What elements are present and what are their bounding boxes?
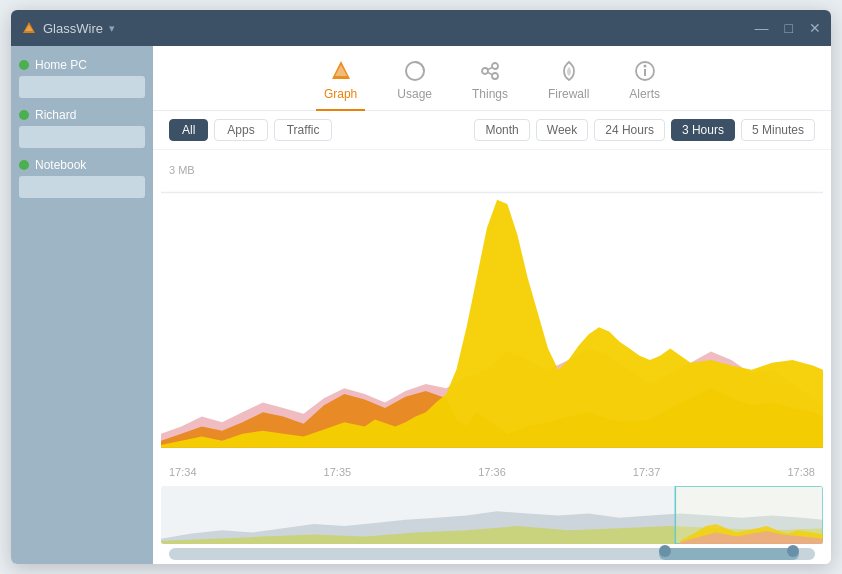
alerts-icon xyxy=(632,58,658,84)
content-area: Graph Usage xyxy=(153,46,831,564)
svg-line-9 xyxy=(488,73,492,75)
nav-item-alerts[interactable]: Alerts xyxy=(621,54,668,111)
minimize-button[interactable]: — xyxy=(755,21,769,35)
scrollbar-handle-right[interactable] xyxy=(787,545,799,557)
time-label-3: 17:37 xyxy=(633,466,661,478)
svg-point-6 xyxy=(492,63,498,69)
scrollbar-area xyxy=(153,544,831,564)
scrollbar-handle-left[interactable] xyxy=(659,545,671,557)
chart-graph xyxy=(161,150,823,462)
sidebar-item-richard[interactable]: Richard xyxy=(19,108,145,148)
svg-line-8 xyxy=(488,68,492,70)
nav-label-graph: Graph xyxy=(324,87,357,101)
main-layout: Home PC Richard Notebook xyxy=(11,46,831,564)
sidebar-item-home-pc[interactable]: Home PC xyxy=(19,58,145,98)
scrollbar-track[interactable] xyxy=(169,551,815,557)
svg-point-11 xyxy=(643,65,646,68)
sidebar-input-notebook[interactable] xyxy=(19,176,145,198)
nav-item-usage[interactable]: Usage xyxy=(389,54,440,111)
time-week-button[interactable]: Week xyxy=(536,119,588,141)
things-icon xyxy=(477,58,503,84)
usage-icon xyxy=(402,58,428,84)
time-label-2: 17:36 xyxy=(478,466,506,478)
status-dot-richard xyxy=(19,110,29,120)
nav-label-alerts: Alerts xyxy=(629,87,660,101)
sidebar: Home PC Richard Notebook xyxy=(11,46,153,564)
window-controls: — □ ✕ xyxy=(755,21,821,35)
svg-point-5 xyxy=(482,68,488,74)
sidebar-input-richard[interactable] xyxy=(19,126,145,148)
dropdown-arrow-icon[interactable]: ▾ xyxy=(109,22,115,35)
glasswire-logo-icon xyxy=(21,20,37,36)
nav-label-usage: Usage xyxy=(397,87,432,101)
maximize-button[interactable]: □ xyxy=(785,21,793,35)
firewall-icon xyxy=(556,58,582,84)
nav-item-firewall[interactable]: Firewall xyxy=(540,54,597,111)
nav-item-graph[interactable]: Graph xyxy=(316,54,365,111)
main-window: GlassWire ▾ — □ ✕ Home PC Richard xyxy=(11,10,831,564)
nav-bar: Graph Usage xyxy=(153,46,831,111)
titlebar: GlassWire ▾ — □ ✕ xyxy=(11,10,831,46)
sidebar-label-richard: Richard xyxy=(35,108,76,122)
time-month-button[interactable]: Month xyxy=(474,119,529,141)
chart-overview-strip[interactable] xyxy=(161,486,823,544)
nav-item-things[interactable]: Things xyxy=(464,54,516,111)
sidebar-label-notebook: Notebook xyxy=(35,158,86,172)
toolbar: All Apps Traffic Month Week 24 Hours 3 H… xyxy=(153,111,831,150)
chart-area: 3 MB 17:34 17:35 xyxy=(153,150,831,564)
graph-icon xyxy=(328,58,354,84)
time-3h-button[interactable]: 3 Hours xyxy=(671,119,735,141)
time-label-1: 17:35 xyxy=(324,466,352,478)
sidebar-item-notebook[interactable]: Notebook xyxy=(19,158,145,198)
time-label-0: 17:34 xyxy=(169,466,197,478)
svg-point-7 xyxy=(492,73,498,79)
status-dot-notebook xyxy=(19,160,29,170)
time-label-4: 17:38 xyxy=(787,466,815,478)
sidebar-label-home-pc: Home PC xyxy=(35,58,87,72)
chart-x-axis: 17:34 17:35 17:36 17:37 17:38 xyxy=(153,462,831,482)
filter-traffic-button[interactable]: Traffic xyxy=(274,119,333,141)
app-title: GlassWire xyxy=(43,21,103,36)
nav-label-firewall: Firewall xyxy=(548,87,589,101)
nav-label-things: Things xyxy=(472,87,508,101)
sidebar-input-home-pc[interactable] xyxy=(19,76,145,98)
scrollbar-thumb[interactable] xyxy=(659,548,799,560)
close-button[interactable]: ✕ xyxy=(809,21,821,35)
time-5min-button[interactable]: 5 Minutes xyxy=(741,119,815,141)
titlebar-title: GlassWire ▾ xyxy=(21,20,755,36)
time-24h-button[interactable]: 24 Hours xyxy=(594,119,665,141)
filter-apps-button[interactable]: Apps xyxy=(214,119,267,141)
filter-all-button[interactable]: All xyxy=(169,119,208,141)
status-dot-home-pc xyxy=(19,60,29,70)
